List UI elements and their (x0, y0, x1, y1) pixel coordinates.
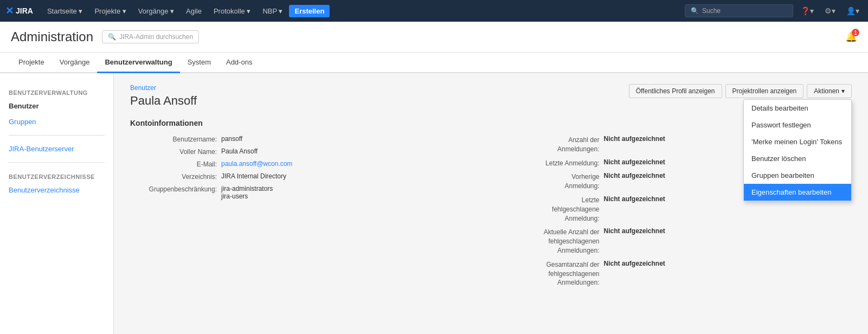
info-row-email: E-Mail: paula.ansoff@wcon.com (130, 160, 480, 168)
label-gesamt-fehlgeschlagene: Gesamtanzahl derfehlgeschlagenenAnmeldun… (502, 260, 600, 287)
menu-passwort-festlegen[interactable]: Passwort festlegen (744, 117, 851, 133)
sidebar-section-benutzerverzeichnisse: BENUTZERVERZEICHNISSE Benutzerverzeichni… (0, 168, 113, 198)
jira-icon: ✕ (5, 5, 14, 17)
top-navigation: ✕ JIRA Startseite ▾ Projekte ▾ Vorgänge … (0, 0, 868, 22)
sidebar-item-jira-benutzerserver[interactable]: JIRA-Benutzerserver (0, 141, 113, 157)
admin-header-left: Administration 🔍 JIRA-Admin durchsuchen (11, 29, 199, 44)
value-letzte-fehlgeschlagene: Nicht aufgezeichnet (604, 195, 665, 203)
notification-bell[interactable]: 🔔 1 (845, 31, 857, 43)
sidebar-section-benutzerserver: JIRA-Benutzerserver (0, 141, 113, 157)
label-letzte-fehlgeschlagene: LetztefehlgeschlageneAnmeldung: (502, 195, 600, 223)
help-icon[interactable]: ❓▾ (798, 4, 817, 17)
tab-addons[interactable]: Add-ons (218, 53, 260, 73)
tab-benutzerverwaltung[interactable]: Benutzerverwaltung (97, 53, 179, 73)
jira-logo[interactable]: ✕ JIRA (5, 5, 33, 17)
menu-merke-login-tokens[interactable]: 'Merke meinen Login' Tokens (744, 133, 851, 150)
nav-erstellen[interactable]: Erstellen (289, 5, 330, 17)
user-icon[interactable]: 👤▾ (843, 4, 863, 17)
info-row-vollername: Voller Name: Paula Ansoff (130, 147, 480, 156)
info-row-gruppenbeschraenkung: Gruppenbeschränkung: jira-administrators… (130, 185, 480, 200)
topnav-right: 🔍 Suche ❓▾ ⚙▾ 👤▾ (685, 4, 863, 17)
tab-vorgaenge[interactable]: Vorgänge (52, 53, 98, 73)
menu-benutzer-loeschen[interactable]: Benutzer löschen (744, 150, 851, 167)
value-verzeichnis: JIRA Internal Directory (221, 172, 286, 180)
search-icon: 🔍 (691, 7, 699, 15)
value-vorherige-anmeldung: Nicht aufgezeichnet (604, 172, 665, 179)
sidebar-section-title-2: BENUTZERVERZEICHNISSE (0, 168, 113, 182)
menu-details-bearbeiten[interactable]: Details bearbeiten (744, 100, 851, 117)
page-title: Administration (11, 29, 93, 44)
nav-startseite[interactable]: Startseite ▾ (42, 5, 88, 17)
value-email: paula.ansoff@wcon.com (221, 160, 292, 168)
sidebar-divider (9, 135, 105, 136)
label-aktuelle-fehlgeschlagene: Aktuelle Anzahl derfehlgeschlagenenAnmel… (502, 227, 600, 255)
value-letzte-anmeldung: Nicht aufgezeichnet (604, 158, 665, 166)
project-roles-button[interactable]: Projektrollen anzeigen (725, 84, 804, 98)
label-vollername: Voller Name: (130, 147, 217, 156)
value-gruppenbeschraenkung: jira-administratorsjira-users (221, 185, 273, 200)
value-benutzername: pansoff (221, 135, 242, 143)
menu-gruppen-bearbeiten[interactable]: Gruppen bearbeiten (744, 167, 851, 184)
sidebar-section-benutzerverwaltung: BENUTZERVERWALTUNG Benutzer Gruppen (0, 84, 113, 130)
sidebar-item-benutzerverzeichnisse[interactable]: Benutzerverzeichnisse (0, 182, 113, 198)
aktionen-label: Aktionen (814, 87, 839, 95)
main-layout: BENUTZERVERWALTUNG Benutzer Gruppen JIRA… (0, 73, 868, 334)
label-letzte-anmeldung: Letzte Anmeldung: (502, 158, 600, 168)
jira-wordmark: JIRA (16, 7, 33, 15)
admin-search[interactable]: 🔍 JIRA-Admin durchsuchen (102, 30, 199, 43)
main-content: Öffentliches Profil anzeigen Projektroll… (114, 73, 868, 334)
action-buttons: Öffentliches Profil anzeigen Projektroll… (629, 84, 852, 98)
sidebar-divider-2 (9, 162, 105, 163)
settings-icon[interactable]: ⚙▾ (821, 4, 839, 17)
aktionen-dropdown-wrapper: Aktionen ▾ Details bearbeiten Passwort f… (807, 84, 852, 98)
value-anzahl-anmeldungen: Nicht aufgezeichnet (604, 135, 665, 143)
public-profile-button[interactable]: Öffentliches Profil anzeigen (629, 84, 722, 98)
email-link[interactable]: paula.ansoff@wcon.com (221, 160, 292, 168)
notification-badge: 1 (852, 29, 859, 36)
admin-search-icon: 🔍 (108, 33, 116, 41)
info-row-aktuelle-fehlgeschlagene: Aktuelle Anzahl derfehlgeschlagenenAnmel… (502, 227, 852, 255)
second-navigation: Projekte Vorgänge Benutzerverwaltung Sys… (0, 53, 868, 73)
nav-protokolle[interactable]: Protokolle ▾ (208, 5, 256, 17)
label-email: E-Mail: (130, 160, 217, 168)
sidebar-item-benutzer[interactable]: Benutzer (0, 98, 113, 114)
sidebar-item-gruppen[interactable]: Gruppen (0, 114, 113, 130)
value-aktuelle-fehlgeschlagene: Nicht aufgezeichnet (604, 227, 665, 235)
admin-header: Administration 🔍 JIRA-Admin durchsuchen … (0, 22, 868, 53)
info-row-gesamt-fehlgeschlagene: Gesamtanzahl derfehlgeschlagenenAnmeldun… (502, 260, 852, 287)
nav-projekte[interactable]: Projekte ▾ (89, 5, 131, 17)
nav-nbp[interactable]: NBP ▾ (257, 5, 288, 17)
tab-projekte[interactable]: Projekte (11, 53, 52, 73)
value-gesamt-fehlgeschlagene: Nicht aufgezeichnet (604, 260, 665, 267)
info-left-column: Benutzername: pansoff Voller Name: Paula… (130, 135, 480, 287)
nav-vorgaenge[interactable]: Vorgänge ▾ (133, 5, 179, 17)
aktionen-arrow-icon: ▾ (841, 87, 845, 95)
aktionen-menu: Details bearbeiten Passwort festlegen 'M… (743, 99, 852, 201)
info-row-benutzername: Benutzername: pansoff (130, 135, 480, 143)
label-verzeichnis: Verzeichnis: (130, 172, 217, 181)
topnav-items: Startseite ▾ Projekte ▾ Vorgänge ▾ Agile… (42, 5, 685, 17)
label-benutzername: Benutzername: (130, 135, 217, 143)
global-search[interactable]: 🔍 Suche (685, 4, 793, 17)
admin-search-placeholder: JIRA-Admin durchsuchen (119, 33, 193, 41)
info-row-verzeichnis: Verzeichnis: JIRA Internal Directory (130, 172, 480, 181)
value-vollername: Paula Ansoff (221, 147, 258, 155)
tab-system[interactable]: System (180, 53, 218, 73)
sidebar-section-title-1: BENUTZERVERWALTUNG (0, 84, 113, 98)
label-anzahl-anmeldungen: Anzahl derAnmeldungen: (502, 135, 600, 154)
search-placeholder: Suche (702, 7, 721, 15)
label-gruppenbeschraenkung: Gruppenbeschränkung: (130, 185, 217, 193)
aktionen-button[interactable]: Aktionen ▾ (807, 84, 852, 98)
nav-agile[interactable]: Agile (181, 5, 207, 17)
label-vorherige-anmeldung: VorherigeAnmeldung: (502, 172, 600, 191)
menu-eigenschaften-bearbeiten[interactable]: Eigenschaften bearbeiten (744, 184, 851, 201)
sidebar: BENUTZERVERWALTUNG Benutzer Gruppen JIRA… (0, 73, 114, 334)
